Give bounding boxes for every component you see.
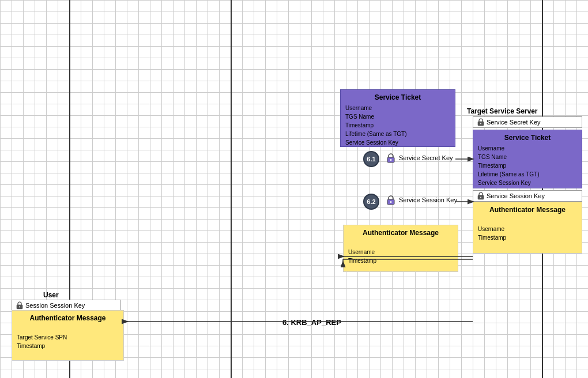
svg-point-5 xyxy=(390,159,392,161)
lock-icon-61 xyxy=(385,152,397,164)
step-61-circle: 6.1 xyxy=(363,151,379,167)
step-62-circle: 6.2 xyxy=(363,194,379,210)
authenticator-user-title: Authenticator Message xyxy=(17,314,119,322)
service-secret-key-box-top: Service Secret Key xyxy=(473,116,582,128)
target-service-label: Target Service Server xyxy=(467,107,538,115)
diagram-content: User Target Service Server Service Ticke… xyxy=(0,0,588,378)
svg-point-1 xyxy=(480,123,481,124)
service-ticket-right: Service Ticket UsernameTGS NameTimestamp… xyxy=(473,130,582,188)
session-key-user-box: Session Session Key xyxy=(12,300,121,311)
service-ticket-left-title: Service Ticket xyxy=(345,93,450,101)
service-session-key-box: Service Session Key xyxy=(473,190,582,202)
user-label: User xyxy=(43,291,59,299)
service-ticket-left-content: UsernameTGS NameTimestampLifetime (Same … xyxy=(345,104,450,147)
service-timeline xyxy=(542,0,543,378)
krb-ap-rep-label: 6. KRB_AP_REP xyxy=(282,318,341,327)
lock-icon-62 xyxy=(385,194,397,206)
service-ticket-right-title: Service Ticket xyxy=(478,134,577,142)
authenticator-right-content: UsernameTimestamp xyxy=(478,216,577,242)
svg-point-7 xyxy=(390,201,392,203)
authenticator-right: Authenticator Message UsernameTimestamp xyxy=(473,202,582,254)
tgs-timeline xyxy=(231,0,232,378)
step-62-label: 6.2 xyxy=(367,198,375,205)
step-61-label: 6.1 xyxy=(367,156,375,162)
service-secret-key-label-top: Service Secret Key xyxy=(487,119,541,126)
key-61-row: Service Secret Key xyxy=(385,152,453,164)
lock-icon-user-session xyxy=(16,301,24,309)
lock-icon-session xyxy=(477,192,485,200)
svg-point-3 xyxy=(480,197,481,198)
key-62-label: Service Session Key xyxy=(399,196,457,203)
key-61-label: Service Secret Key xyxy=(399,154,453,161)
service-session-key-label: Service Session Key xyxy=(487,192,545,199)
authenticator-user: Authenticator Message Target Service SPN… xyxy=(12,310,124,361)
authenticator-middle-content: UsernameTimestamp xyxy=(348,239,453,265)
service-ticket-right-content: UsernameTGS NameTimestampLifetime (Same … xyxy=(478,144,577,187)
authenticator-middle-title: Authenticator Message xyxy=(348,229,453,237)
authenticator-middle: Authenticator Message UsernameTimestamp xyxy=(343,225,458,272)
authenticator-user-content: Target Service SPNTimestamp xyxy=(17,324,119,350)
key-62-row: Service Session Key xyxy=(385,194,457,206)
session-key-user-label: Session Session Key xyxy=(25,302,85,309)
authenticator-right-title: Authenticator Message xyxy=(478,206,577,214)
service-ticket-left: Service Ticket UsernameTGS NameTimestamp… xyxy=(340,89,455,147)
lock-icon-secret-top xyxy=(477,118,485,126)
svg-point-9 xyxy=(19,307,20,308)
